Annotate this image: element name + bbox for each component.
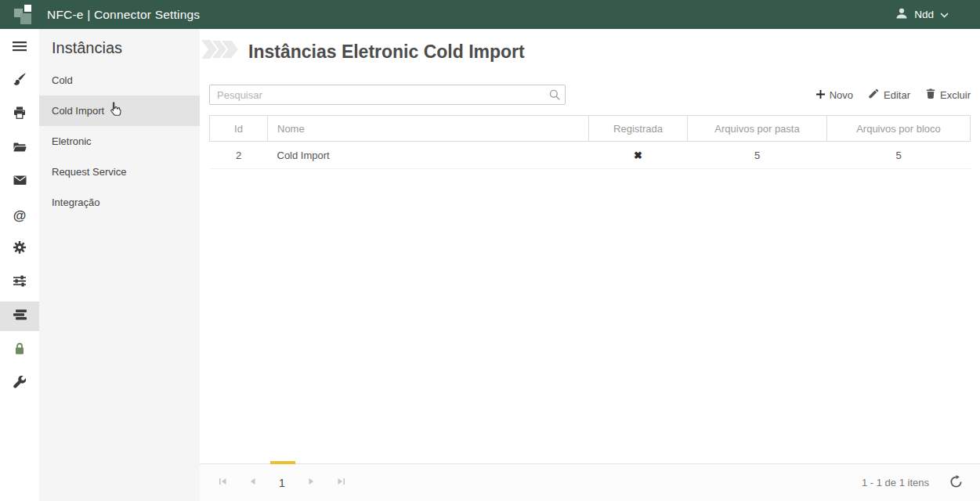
- printer-icon: [13, 106, 26, 122]
- column-header-nome[interactable]: Nome: [268, 116, 589, 142]
- pager: 1 1 - 1 de 1 itens: [200, 463, 980, 501]
- folder-open-icon: [13, 141, 27, 156]
- sidebar-item-cold-import[interactable]: Cold Import: [39, 96, 200, 126]
- pager-accent-bar: [270, 461, 295, 464]
- pager-right: 1 - 1 de 1 itens: [862, 475, 963, 491]
- menu-icon: [13, 40, 27, 56]
- sidebar-item-label: Integração: [52, 196, 99, 208]
- cell-arquivos-por-pasta: 5: [688, 142, 827, 169]
- sidebar: Instâncias Cold Cold Import Eletronic Re…: [39, 29, 200, 501]
- rail-item-paint-brush[interactable]: [0, 66, 39, 96]
- refresh-button[interactable]: [949, 475, 963, 491]
- next-page-icon: [307, 477, 316, 488]
- sidebar-item-request-service[interactable]: Request Service: [39, 157, 200, 187]
- sidebar-item-cold[interactable]: Cold: [39, 65, 200, 96]
- column-header-arquivos-por-pasta[interactable]: Arquivos por pasta: [688, 116, 827, 142]
- main-content: Instâncias Eletronic Cold Import Novo: [200, 29, 980, 501]
- sidebar-item-label: Request Service: [52, 166, 126, 178]
- rail-item-folder[interactable]: [0, 133, 39, 163]
- first-page-icon: [218, 477, 227, 488]
- search-input[interactable]: [209, 85, 566, 105]
- previous-page-button[interactable]: [242, 473, 262, 493]
- stream-icon: [13, 308, 27, 324]
- rail-item-settings[interactable]: [0, 234, 39, 264]
- rail-item-security[interactable]: [0, 335, 39, 365]
- sidebar-item-eletronic[interactable]: Eletronic: [39, 126, 200, 157]
- icon-rail: @: [0, 29, 39, 501]
- table-row[interactable]: 2 Cold Import ✖ 5 5: [210, 142, 971, 169]
- user-menu[interactable]: Ndd: [895, 7, 980, 22]
- cell-nome: Cold Import: [268, 142, 589, 169]
- column-header-registrada[interactable]: Registrada: [589, 116, 688, 142]
- last-page-icon: [337, 477, 346, 488]
- page-number[interactable]: 1: [272, 473, 292, 493]
- editar-label: Editar: [884, 89, 910, 101]
- shell: @ Instâncias Cold Cold Import: [0, 29, 980, 501]
- lock-icon: [13, 342, 26, 358]
- sidebar-title: Instâncias: [52, 39, 200, 57]
- page-header: Instâncias Eletronic Cold Import: [200, 29, 980, 74]
- rail-item-instances[interactable]: [0, 301, 39, 331]
- novo-button[interactable]: Novo: [816, 89, 853, 101]
- paint-brush-icon: [13, 73, 26, 88]
- app-logo: [14, 4, 38, 26]
- excluir-label: Excluir: [940, 89, 971, 101]
- rail-item-printer[interactable]: [0, 99, 39, 129]
- sidebar-list: Cold Cold Import Eletronic Request Servi…: [39, 65, 200, 218]
- pencil-icon: [869, 88, 879, 101]
- envelope-icon: [13, 175, 27, 189]
- cell-arquivos-por-bloco: 5: [827, 142, 971, 169]
- app-window: NFC-e | Connector Settings Ndd: [0, 0, 980, 501]
- sidebar-item-label: Cold Import: [52, 105, 104, 117]
- first-page-button[interactable]: [212, 473, 233, 493]
- gear-icon: [13, 241, 26, 257]
- layered-arrows-icon: [201, 35, 242, 73]
- column-header-arquivos-por-bloco[interactable]: Arquivos por bloco: [827, 116, 971, 142]
- toolbar-actions: Novo Editar Excluir: [816, 88, 971, 102]
- excluir-button[interactable]: Excluir: [926, 88, 971, 102]
- wrench-icon: [13, 376, 26, 391]
- chevron-down-icon: [940, 9, 949, 20]
- rail-item-menu[interactable]: [0, 34, 39, 62]
- page-title: Instâncias Eletronic Cold Import: [248, 41, 525, 63]
- column-header-id[interactable]: Id: [210, 116, 268, 142]
- trash-icon: [926, 88, 935, 102]
- sidebar-item-integracao[interactable]: Integração: [39, 187, 200, 218]
- search-icon: [549, 89, 560, 103]
- rail-item-envelope[interactable]: [0, 167, 39, 196]
- novo-label: Novo: [830, 89, 853, 101]
- last-page-button[interactable]: [331, 473, 352, 493]
- plus-icon: [816, 89, 825, 101]
- rail-item-sliders[interactable]: [0, 268, 39, 297]
- at-sign-icon: @: [13, 209, 27, 222]
- search-box: [209, 85, 566, 105]
- sliders-icon: [13, 275, 26, 290]
- previous-page-icon: [248, 477, 257, 488]
- rail-item-tools[interactable]: [0, 369, 39, 398]
- pager-info: 1 - 1 de 1 itens: [862, 477, 929, 488]
- user-icon: [895, 7, 908, 22]
- cell-registrada: ✖: [589, 142, 688, 169]
- sidebar-item-label: Eletronic: [52, 135, 92, 147]
- grid-header-row: Id Nome Registrada Arquivos por pasta Ar…: [210, 116, 971, 142]
- next-page-button[interactable]: [302, 473, 322, 493]
- refresh-icon: [949, 475, 963, 491]
- grid-toolbar: Novo Editar Excluir: [209, 85, 971, 105]
- topbar: NFC-e | Connector Settings Ndd: [0, 0, 980, 29]
- sidebar-item-label: Cold: [52, 74, 73, 86]
- cell-id: 2: [210, 142, 268, 169]
- data-grid: Id Nome Registrada Arquivos por pasta Ar…: [209, 115, 971, 463]
- app-title: NFC-e | Connector Settings: [47, 8, 200, 22]
- user-name: Ndd: [914, 9, 934, 20]
- rail-item-at-sign[interactable]: @: [0, 200, 39, 230]
- editar-button[interactable]: Editar: [869, 88, 910, 101]
